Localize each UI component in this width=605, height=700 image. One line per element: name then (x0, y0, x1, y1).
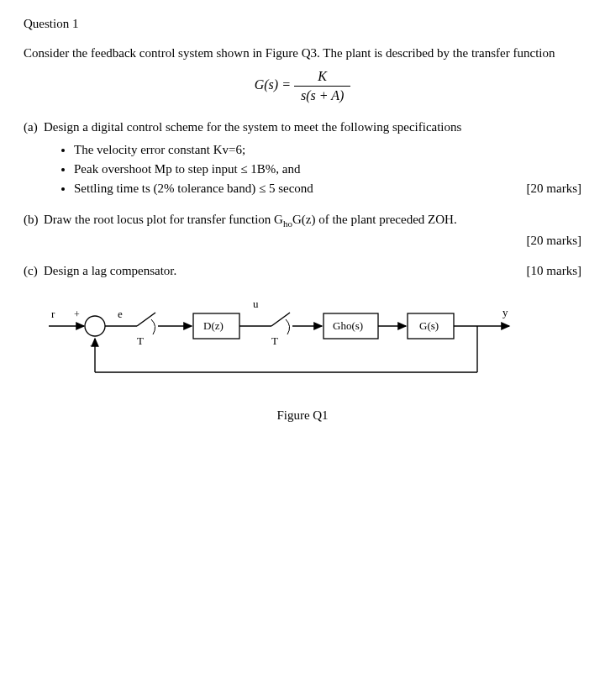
part-a: (a) Design a digital control scheme for … (24, 118, 581, 198)
part-a-label: (a) (24, 118, 44, 137)
part-b-text-before: Draw the root locus plot for transfer fu… (44, 213, 283, 226)
part-b-marks: [20 marks] (527, 231, 581, 250)
intro-text: Consider the feedback control system sho… (24, 45, 581, 62)
part-b-label: (b) (24, 210, 44, 231)
part-b: (b) Draw the root locus plot for transfe… (24, 210, 581, 250)
formula-lhs: G(s) = (255, 77, 291, 92)
label-Gho: Gho(s) (333, 319, 363, 332)
part-a-text: Design a digital control scheme for the … (44, 118, 581, 137)
label-Gs: G(s) (419, 319, 439, 332)
formula-numerator: K (294, 69, 350, 87)
svg-line-4 (137, 313, 155, 326)
label-e: e (118, 308, 123, 320)
part-a-marks: [20 marks] (527, 179, 581, 198)
block-diagram: r + − e T D(z) u T Gho(s) G(s) (49, 292, 581, 423)
question-title: Question 1 (24, 17, 581, 31)
part-b-text-after: G(z) of the plant preceded ZOH. (292, 213, 457, 226)
figure-caption: Figure Q1 (24, 408, 581, 423)
bullet-item: Settling time ts (2% tolerance band) ≤ 5… (74, 179, 581, 198)
label-T2: T (271, 334, 278, 347)
svg-line-7 (271, 313, 290, 326)
bullet-item: Peak overshoot Mp to step input ≤ 1B%, a… (74, 160, 581, 179)
part-c-marks: [10 marks] (527, 261, 581, 281)
formula-denominator: s(s + A) (294, 87, 350, 103)
label-plus: + (74, 308, 80, 320)
summing-junction (85, 316, 105, 336)
label-Dz: D(z) (203, 319, 224, 332)
control-system-diagram: r + − e T D(z) u T Gho(s) G(s) (49, 292, 519, 393)
bullet-item: The velocity error constant Kv=6; (74, 140, 581, 160)
bullet-text: Settling time ts (2% tolerance band) ≤ 5… (74, 179, 313, 198)
part-c: (c) Design a lag compensator. [10 marks] (24, 261, 581, 281)
part-c-label: (c) (24, 261, 44, 281)
part-a-bullets: The velocity error constant Kv=6; Peak o… (74, 140, 581, 199)
transfer-function-formula: G(s) = K s(s + A) (24, 69, 581, 103)
label-y: y (502, 306, 508, 318)
label-u: u (253, 297, 259, 310)
part-c-text: Design a lag compensator. (44, 261, 176, 281)
label-r: r (51, 308, 55, 320)
part-b-sub: ho (283, 218, 292, 229)
label-T1: T (137, 334, 144, 347)
